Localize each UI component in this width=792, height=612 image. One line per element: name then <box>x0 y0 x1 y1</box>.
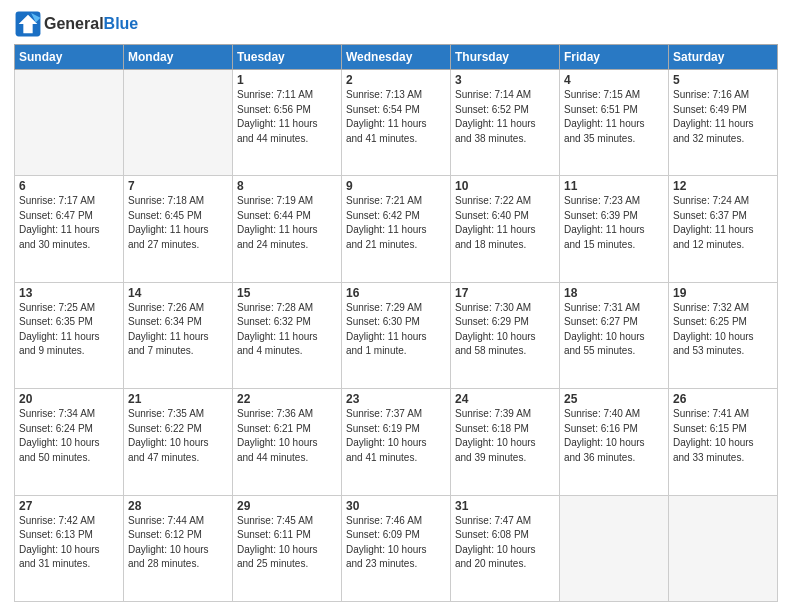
daylight-label: Daylight: 10 hours and 36 minutes. <box>564 437 645 463</box>
daylight-label: Daylight: 10 hours and 53 minutes. <box>673 331 754 357</box>
day-number: 18 <box>564 286 664 300</box>
daylight-label: Daylight: 10 hours and 50 minutes. <box>19 437 100 463</box>
sunset-label: Sunset: 6:52 PM <box>455 104 529 115</box>
sunset-label: Sunset: 6:39 PM <box>564 210 638 221</box>
calendar-cell: 6Sunrise: 7:17 AMSunset: 6:47 PMDaylight… <box>15 176 124 282</box>
calendar-cell: 29Sunrise: 7:45 AMSunset: 6:11 PMDayligh… <box>233 495 342 601</box>
col-header-saturday: Saturday <box>669 45 778 70</box>
daylight-label: Daylight: 11 hours and 41 minutes. <box>346 118 427 144</box>
sunset-label: Sunset: 6:47 PM <box>19 210 93 221</box>
day-number: 10 <box>455 179 555 193</box>
daylight-label: Daylight: 11 hours and 12 minutes. <box>673 224 754 250</box>
sun-info: Sunrise: 7:35 AMSunset: 6:22 PMDaylight:… <box>128 407 228 465</box>
day-number: 12 <box>673 179 773 193</box>
sunset-label: Sunset: 6:13 PM <box>19 529 93 540</box>
day-number: 24 <box>455 392 555 406</box>
sunset-label: Sunset: 6:56 PM <box>237 104 311 115</box>
day-number: 7 <box>128 179 228 193</box>
sunset-label: Sunset: 6:25 PM <box>673 316 747 327</box>
sunrise-label: Sunrise: 7:17 AM <box>19 195 95 206</box>
sunrise-label: Sunrise: 7:28 AM <box>237 302 313 313</box>
calendar-cell: 23Sunrise: 7:37 AMSunset: 6:19 PMDayligh… <box>342 389 451 495</box>
daylight-label: Daylight: 11 hours and 21 minutes. <box>346 224 427 250</box>
sunset-label: Sunset: 6:32 PM <box>237 316 311 327</box>
col-header-tuesday: Tuesday <box>233 45 342 70</box>
sun-info: Sunrise: 7:39 AMSunset: 6:18 PMDaylight:… <box>455 407 555 465</box>
day-number: 28 <box>128 499 228 513</box>
day-number: 3 <box>455 73 555 87</box>
sun-info: Sunrise: 7:21 AMSunset: 6:42 PMDaylight:… <box>346 194 446 252</box>
calendar-cell: 24Sunrise: 7:39 AMSunset: 6:18 PMDayligh… <box>451 389 560 495</box>
sunset-label: Sunset: 6:45 PM <box>128 210 202 221</box>
sun-info: Sunrise: 7:44 AMSunset: 6:12 PMDaylight:… <box>128 514 228 572</box>
day-number: 27 <box>19 499 119 513</box>
calendar-cell: 19Sunrise: 7:32 AMSunset: 6:25 PMDayligh… <box>669 282 778 388</box>
daylight-label: Daylight: 11 hours and 4 minutes. <box>237 331 318 357</box>
day-number: 16 <box>346 286 446 300</box>
sunrise-label: Sunrise: 7:21 AM <box>346 195 422 206</box>
header: GeneralBlue <box>14 10 778 38</box>
sunrise-label: Sunrise: 7:41 AM <box>673 408 749 419</box>
sun-info: Sunrise: 7:22 AMSunset: 6:40 PMDaylight:… <box>455 194 555 252</box>
sun-info: Sunrise: 7:18 AMSunset: 6:45 PMDaylight:… <box>128 194 228 252</box>
sunrise-label: Sunrise: 7:40 AM <box>564 408 640 419</box>
sun-info: Sunrise: 7:32 AMSunset: 6:25 PMDaylight:… <box>673 301 773 359</box>
day-number: 8 <box>237 179 337 193</box>
sunrise-label: Sunrise: 7:14 AM <box>455 89 531 100</box>
day-number: 29 <box>237 499 337 513</box>
calendar-cell: 18Sunrise: 7:31 AMSunset: 6:27 PMDayligh… <box>560 282 669 388</box>
daylight-label: Daylight: 10 hours and 28 minutes. <box>128 544 209 570</box>
daylight-label: Daylight: 10 hours and 44 minutes. <box>237 437 318 463</box>
sunrise-label: Sunrise: 7:37 AM <box>346 408 422 419</box>
day-number: 5 <box>673 73 773 87</box>
calendar-cell: 4Sunrise: 7:15 AMSunset: 6:51 PMDaylight… <box>560 70 669 176</box>
sun-info: Sunrise: 7:26 AMSunset: 6:34 PMDaylight:… <box>128 301 228 359</box>
day-number: 17 <box>455 286 555 300</box>
sun-info: Sunrise: 7:41 AMSunset: 6:15 PMDaylight:… <box>673 407 773 465</box>
calendar-cell: 30Sunrise: 7:46 AMSunset: 6:09 PMDayligh… <box>342 495 451 601</box>
sunrise-label: Sunrise: 7:25 AM <box>19 302 95 313</box>
calendar-cell: 21Sunrise: 7:35 AMSunset: 6:22 PMDayligh… <box>124 389 233 495</box>
sunset-label: Sunset: 6:16 PM <box>564 423 638 434</box>
sun-info: Sunrise: 7:36 AMSunset: 6:21 PMDaylight:… <box>237 407 337 465</box>
daylight-label: Daylight: 11 hours and 18 minutes. <box>455 224 536 250</box>
daylight-label: Daylight: 11 hours and 9 minutes. <box>19 331 100 357</box>
day-number: 11 <box>564 179 664 193</box>
sunset-label: Sunset: 6:18 PM <box>455 423 529 434</box>
sunset-label: Sunset: 6:42 PM <box>346 210 420 221</box>
sunrise-label: Sunrise: 7:22 AM <box>455 195 531 206</box>
sunrise-label: Sunrise: 7:42 AM <box>19 515 95 526</box>
sun-info: Sunrise: 7:15 AMSunset: 6:51 PMDaylight:… <box>564 88 664 146</box>
day-number: 13 <box>19 286 119 300</box>
sunset-label: Sunset: 6:24 PM <box>19 423 93 434</box>
sunset-label: Sunset: 6:51 PM <box>564 104 638 115</box>
sun-info: Sunrise: 7:25 AMSunset: 6:35 PMDaylight:… <box>19 301 119 359</box>
sun-info: Sunrise: 7:19 AMSunset: 6:44 PMDaylight:… <box>237 194 337 252</box>
logo-icon <box>14 10 42 38</box>
daylight-label: Daylight: 11 hours and 32 minutes. <box>673 118 754 144</box>
sunset-label: Sunset: 6:44 PM <box>237 210 311 221</box>
day-number: 6 <box>19 179 119 193</box>
day-number: 31 <box>455 499 555 513</box>
day-number: 19 <box>673 286 773 300</box>
daylight-label: Daylight: 10 hours and 25 minutes. <box>237 544 318 570</box>
calendar-cell: 9Sunrise: 7:21 AMSunset: 6:42 PMDaylight… <box>342 176 451 282</box>
calendar-cell: 22Sunrise: 7:36 AMSunset: 6:21 PMDayligh… <box>233 389 342 495</box>
sunset-label: Sunset: 6:22 PM <box>128 423 202 434</box>
sun-info: Sunrise: 7:17 AMSunset: 6:47 PMDaylight:… <box>19 194 119 252</box>
sunset-label: Sunset: 6:11 PM <box>237 529 311 540</box>
day-number: 25 <box>564 392 664 406</box>
sunset-label: Sunset: 6:27 PM <box>564 316 638 327</box>
sun-info: Sunrise: 7:11 AMSunset: 6:56 PMDaylight:… <box>237 88 337 146</box>
day-number: 21 <box>128 392 228 406</box>
sunrise-label: Sunrise: 7:47 AM <box>455 515 531 526</box>
sun-info: Sunrise: 7:24 AMSunset: 6:37 PMDaylight:… <box>673 194 773 252</box>
daylight-label: Daylight: 11 hours and 24 minutes. <box>237 224 318 250</box>
calendar-cell: 8Sunrise: 7:19 AMSunset: 6:44 PMDaylight… <box>233 176 342 282</box>
calendar-cell <box>124 70 233 176</box>
sunrise-label: Sunrise: 7:36 AM <box>237 408 313 419</box>
calendar-cell <box>669 495 778 601</box>
sunrise-label: Sunrise: 7:39 AM <box>455 408 531 419</box>
calendar-cell: 26Sunrise: 7:41 AMSunset: 6:15 PMDayligh… <box>669 389 778 495</box>
day-number: 26 <box>673 392 773 406</box>
